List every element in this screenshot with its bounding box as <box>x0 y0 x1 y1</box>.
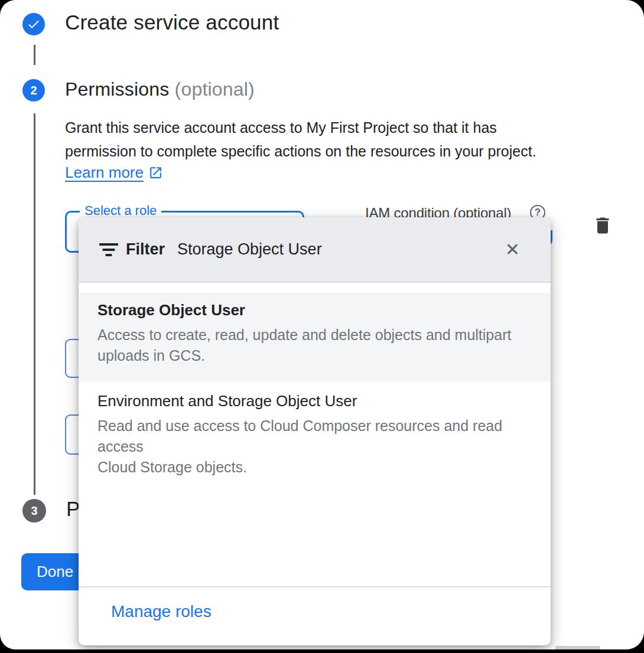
role-desc-line-1: Access to create, read, update and delet… <box>97 325 529 345</box>
description-line-2: permission to complete specific actions … <box>65 139 536 163</box>
role-result-title: Storage Object User <box>97 301 529 319</box>
role-result-title: Environment and Storage Object User <box>97 392 529 410</box>
role-picker-overlay: Filter Storage Object User ✕ Storage Obj… <box>79 217 551 645</box>
permissions-description: Grant this service account access to My … <box>65 116 536 163</box>
learn-more-label: Learn more <box>65 164 144 182</box>
manage-roles-link[interactable]: Manage roles <box>111 602 212 621</box>
step-3-title-partial: P <box>66 497 80 521</box>
step-1-complete-check-icon <box>22 13 45 35</box>
permissions-section-title: Permissions (optional) <box>65 79 255 100</box>
step-2-number: 2 <box>30 84 37 97</box>
description-line-1: Grant this service account access to My … <box>65 116 536 139</box>
filter-input-value[interactable]: Storage Object User <box>177 240 322 259</box>
close-filter-icon[interactable]: ✕ <box>503 239 522 261</box>
stepper-connector-1 <box>34 45 35 65</box>
close-glyph: ✕ <box>505 240 520 259</box>
role-result-storage-object-user[interactable]: Storage Object User Access to create, re… <box>79 293 551 381</box>
delete-role-row-button[interactable] <box>592 215 613 236</box>
role-filter-bar[interactable]: Filter Storage Object User ✕ <box>79 217 551 282</box>
page-title: Create service account <box>65 11 279 34</box>
role-select-label: Select a role <box>80 203 161 218</box>
role-desc-line-2: Cloud Storage objects. <box>97 457 529 478</box>
permissions-title-text: Permissions <box>65 79 169 100</box>
external-link-icon <box>148 165 163 180</box>
step-2-badge: 2 <box>22 79 45 102</box>
role-result-description: Access to create, read, update and delet… <box>97 325 529 366</box>
step-3-badge: 3 <box>22 499 46 523</box>
manage-roles-divider <box>79 586 551 587</box>
learn-more-link[interactable]: Learn more <box>65 164 163 182</box>
role-result-description: Read and use access to Cloud Composer re… <box>97 416 529 478</box>
role-desc-line-2: uploads in GCS. <box>97 345 529 366</box>
role-desc-line-1: Read and use access to Cloud Composer re… <box>97 416 529 457</box>
help-glyph: ? <box>535 207 541 218</box>
stepper-connector-2 <box>34 113 35 495</box>
create-service-account-panel: Create service account 2 Permissions (op… <box>0 0 644 649</box>
scrollbar-fragment <box>555 646 600 649</box>
permissions-title-optional: (optional) <box>175 79 255 100</box>
step-3-number: 3 <box>31 504 37 518</box>
filter-icon <box>99 242 118 257</box>
role-result-environment-storage-object-user[interactable]: Environment and Storage Object User Read… <box>79 384 551 472</box>
screenshot-stage: Create service account 2 Permissions (op… <box>0 0 644 653</box>
filter-label: Filter <box>126 240 165 259</box>
filter-divider <box>79 282 551 283</box>
